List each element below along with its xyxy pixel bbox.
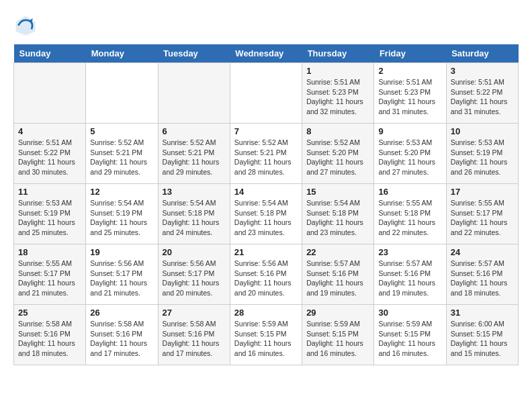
calendar-cell: 20Sunrise: 5:56 AM Sunset: 5:17 PM Dayli… bbox=[158, 244, 230, 305]
day-info: Sunrise: 5:57 AM Sunset: 5:16 PM Dayligh… bbox=[378, 259, 441, 298]
calendar-cell bbox=[86, 63, 158, 124]
calendar-cell: 31Sunrise: 6:00 AM Sunset: 5:15 PM Dayli… bbox=[446, 305, 518, 365]
calendar-cell: 21Sunrise: 5:56 AM Sunset: 5:16 PM Dayli… bbox=[230, 244, 302, 305]
calendar-cell: 18Sunrise: 5:55 AM Sunset: 5:17 PM Dayli… bbox=[14, 244, 86, 305]
day-number: 17 bbox=[451, 187, 514, 197]
day-number: 13 bbox=[163, 187, 226, 197]
week-row-3: 11Sunrise: 5:53 AM Sunset: 5:19 PM Dayli… bbox=[14, 184, 519, 244]
day-number: 31 bbox=[451, 308, 514, 318]
day-number: 4 bbox=[18, 126, 81, 136]
day-info: Sunrise: 5:53 AM Sunset: 5:19 PM Dayligh… bbox=[18, 198, 81, 238]
weekday-header-wednesday: Wednesday bbox=[230, 44, 302, 63]
logo-icon bbox=[13, 13, 38, 38]
day-number: 25 bbox=[18, 308, 81, 318]
day-number: 27 bbox=[163, 308, 226, 318]
calendar-cell: 3Sunrise: 5:51 AM Sunset: 5:22 PM Daylig… bbox=[446, 63, 518, 124]
day-number: 18 bbox=[18, 247, 81, 257]
calendar-cell: 15Sunrise: 5:54 AM Sunset: 5:18 PM Dayli… bbox=[302, 184, 374, 244]
day-info: Sunrise: 5:54 AM Sunset: 5:19 PM Dayligh… bbox=[90, 198, 153, 238]
day-number: 9 bbox=[378, 126, 441, 136]
day-info: Sunrise: 5:53 AM Sunset: 5:19 PM Dayligh… bbox=[451, 138, 514, 177]
day-number: 22 bbox=[306, 247, 369, 257]
calendar-cell: 29Sunrise: 5:59 AM Sunset: 5:15 PM Dayli… bbox=[302, 305, 374, 365]
week-row-4: 18Sunrise: 5:55 AM Sunset: 5:17 PM Dayli… bbox=[14, 244, 519, 305]
calendar-cell: 17Sunrise: 5:55 AM Sunset: 5:17 PM Dayli… bbox=[446, 184, 518, 244]
calendar-cell: 26Sunrise: 5:58 AM Sunset: 5:16 PM Dayli… bbox=[86, 305, 158, 365]
week-row-5: 25Sunrise: 5:58 AM Sunset: 5:16 PM Dayli… bbox=[14, 305, 519, 365]
calendar-cell: 30Sunrise: 5:59 AM Sunset: 5:15 PM Dayli… bbox=[374, 305, 446, 365]
day-info: Sunrise: 5:56 AM Sunset: 5:16 PM Dayligh… bbox=[234, 259, 298, 298]
day-info: Sunrise: 5:51 AM Sunset: 5:23 PM Dayligh… bbox=[378, 77, 441, 117]
calendar-cell: 11Sunrise: 5:53 AM Sunset: 5:19 PM Dayli… bbox=[14, 184, 86, 244]
day-info: Sunrise: 5:52 AM Sunset: 5:21 PM Dayligh… bbox=[90, 138, 153, 177]
week-row-2: 4Sunrise: 5:51 AM Sunset: 5:22 PM Daylig… bbox=[14, 124, 519, 184]
day-number: 1 bbox=[306, 66, 369, 76]
day-info: Sunrise: 5:55 AM Sunset: 5:17 PM Dayligh… bbox=[18, 259, 81, 298]
day-info: Sunrise: 6:00 AM Sunset: 5:15 PM Dayligh… bbox=[451, 319, 514, 359]
calendar-cell: 2Sunrise: 5:51 AM Sunset: 5:23 PM Daylig… bbox=[374, 63, 446, 124]
day-info: Sunrise: 5:58 AM Sunset: 5:16 PM Dayligh… bbox=[90, 319, 153, 359]
day-info: Sunrise: 5:51 AM Sunset: 5:23 PM Dayligh… bbox=[306, 77, 369, 117]
day-info: Sunrise: 5:54 AM Sunset: 5:18 PM Dayligh… bbox=[306, 198, 369, 238]
logo bbox=[13, 13, 42, 38]
calendar-cell: 16Sunrise: 5:55 AM Sunset: 5:18 PM Dayli… bbox=[374, 184, 446, 244]
calendar-cell bbox=[230, 63, 302, 124]
day-number: 8 bbox=[306, 126, 369, 136]
calendar-cell: 19Sunrise: 5:56 AM Sunset: 5:17 PM Dayli… bbox=[86, 244, 158, 305]
day-info: Sunrise: 5:53 AM Sunset: 5:20 PM Dayligh… bbox=[378, 138, 441, 177]
weekday-header-monday: Monday bbox=[86, 44, 158, 63]
weekday-header-saturday: Saturday bbox=[446, 44, 518, 63]
calendar-cell: 12Sunrise: 5:54 AM Sunset: 5:19 PM Dayli… bbox=[86, 184, 158, 244]
day-info: Sunrise: 5:54 AM Sunset: 5:18 PM Dayligh… bbox=[163, 198, 226, 238]
day-info: Sunrise: 5:55 AM Sunset: 5:18 PM Dayligh… bbox=[378, 198, 441, 238]
calendar-cell: 24Sunrise: 5:57 AM Sunset: 5:16 PM Dayli… bbox=[446, 244, 518, 305]
calendar-cell: 4Sunrise: 5:51 AM Sunset: 5:22 PM Daylig… bbox=[14, 124, 86, 184]
weekday-header-sunday: Sunday bbox=[14, 44, 86, 63]
day-info: Sunrise: 5:58 AM Sunset: 5:16 PM Dayligh… bbox=[163, 319, 226, 359]
day-number: 23 bbox=[378, 247, 441, 257]
day-number: 20 bbox=[163, 247, 226, 257]
day-number: 2 bbox=[378, 66, 441, 76]
day-number: 5 bbox=[90, 126, 153, 136]
day-number: 16 bbox=[378, 187, 441, 197]
day-info: Sunrise: 5:52 AM Sunset: 5:21 PM Dayligh… bbox=[163, 138, 226, 177]
day-number: 12 bbox=[90, 187, 153, 197]
day-number: 30 bbox=[378, 308, 441, 318]
calendar-cell: 6Sunrise: 5:52 AM Sunset: 5:21 PM Daylig… bbox=[158, 124, 230, 184]
weekday-header-friday: Friday bbox=[374, 44, 446, 63]
calendar-cell: 27Sunrise: 5:58 AM Sunset: 5:16 PM Dayli… bbox=[158, 305, 230, 365]
day-number: 14 bbox=[234, 187, 298, 197]
day-info: Sunrise: 5:52 AM Sunset: 5:21 PM Dayligh… bbox=[234, 138, 298, 177]
weekday-header-row: SundayMondayTuesdayWednesdayThursdayFrid… bbox=[14, 44, 519, 63]
day-number: 24 bbox=[451, 247, 514, 257]
page-header bbox=[13, 13, 519, 38]
day-info: Sunrise: 5:59 AM Sunset: 5:15 PM Dayligh… bbox=[378, 319, 441, 359]
day-number: 19 bbox=[90, 247, 153, 257]
calendar-cell: 1Sunrise: 5:51 AM Sunset: 5:23 PM Daylig… bbox=[302, 63, 374, 124]
day-number: 11 bbox=[18, 187, 81, 197]
calendar-cell bbox=[158, 63, 230, 124]
day-info: Sunrise: 5:57 AM Sunset: 5:16 PM Dayligh… bbox=[451, 259, 514, 298]
calendar-cell: 10Sunrise: 5:53 AM Sunset: 5:19 PM Dayli… bbox=[446, 124, 518, 184]
day-number: 26 bbox=[90, 308, 153, 318]
week-row-1: 1Sunrise: 5:51 AM Sunset: 5:23 PM Daylig… bbox=[14, 63, 519, 124]
calendar-cell: 8Sunrise: 5:52 AM Sunset: 5:20 PM Daylig… bbox=[302, 124, 374, 184]
day-info: Sunrise: 5:51 AM Sunset: 5:22 PM Dayligh… bbox=[18, 138, 81, 177]
day-number: 7 bbox=[234, 126, 298, 136]
day-info: Sunrise: 5:59 AM Sunset: 5:15 PM Dayligh… bbox=[306, 319, 369, 359]
day-info: Sunrise: 5:56 AM Sunset: 5:17 PM Dayligh… bbox=[163, 259, 226, 298]
day-number: 21 bbox=[234, 247, 298, 257]
calendar-cell: 14Sunrise: 5:54 AM Sunset: 5:18 PM Dayli… bbox=[230, 184, 302, 244]
day-number: 28 bbox=[234, 308, 298, 318]
day-info: Sunrise: 5:55 AM Sunset: 5:17 PM Dayligh… bbox=[451, 198, 514, 238]
day-number: 15 bbox=[306, 187, 369, 197]
calendar-cell: 5Sunrise: 5:52 AM Sunset: 5:21 PM Daylig… bbox=[86, 124, 158, 184]
calendar-cell bbox=[14, 63, 86, 124]
day-number: 3 bbox=[451, 66, 514, 76]
calendar-table: SundayMondayTuesdayWednesdayThursdayFrid… bbox=[13, 44, 519, 365]
calendar-cell: 22Sunrise: 5:57 AM Sunset: 5:16 PM Dayli… bbox=[302, 244, 374, 305]
day-info: Sunrise: 5:58 AM Sunset: 5:16 PM Dayligh… bbox=[18, 319, 81, 359]
day-number: 10 bbox=[451, 126, 514, 136]
calendar-cell: 7Sunrise: 5:52 AM Sunset: 5:21 PM Daylig… bbox=[230, 124, 302, 184]
weekday-header-thursday: Thursday bbox=[302, 44, 374, 63]
